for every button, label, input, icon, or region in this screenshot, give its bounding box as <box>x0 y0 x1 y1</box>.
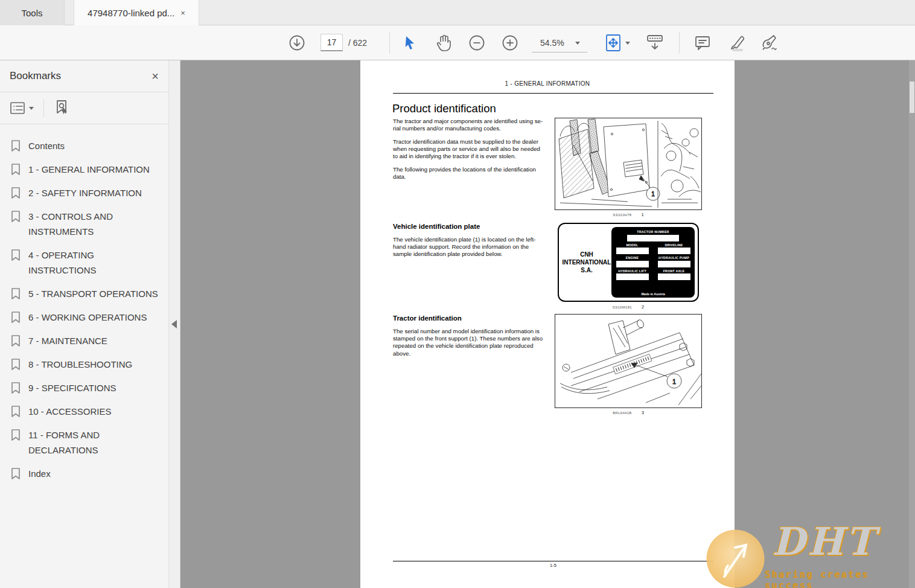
figure-caption: BRL6441B 3 <box>555 410 702 415</box>
figure-front-support: 1 <box>555 314 702 408</box>
plate-made-in: Made in Austria <box>611 292 695 296</box>
app-body: Bookmarks × <box>0 60 915 588</box>
fit-page-icon[interactable] <box>604 33 622 53</box>
plate-field-box <box>616 261 649 267</box>
plate-field-box <box>658 261 690 267</box>
page-total-label: / 622 <box>348 25 367 60</box>
plate-fields: TRACTOR NUMBER MODEL DRIVELINE ENGINE HY… <box>611 227 695 298</box>
section-heading-vip: Vehicle identification plate <box>393 223 480 230</box>
watermark-tagline: Sharing creates success <box>765 569 915 588</box>
sidebar-item-maintenance[interactable]: 7 - MAINTENANCE <box>0 329 168 353</box>
chevron-down-icon <box>575 42 580 45</box>
bookmark-options-icon[interactable] <box>10 101 34 115</box>
toolbar-divider <box>679 32 680 54</box>
bookmarks-close-icon[interactable]: × <box>151 70 159 82</box>
tab-bar: Tools 47948770-linked pd... × <box>0 0 915 25</box>
footer-rule <box>393 561 713 561</box>
watermark-logo-icon <box>706 529 765 588</box>
plate-label-hydraulic-pump: HYDRAULIC PUMP <box>653 256 695 260</box>
divider <box>43 99 44 117</box>
tab-document[interactable]: 47948770-linked pd... × <box>74 0 199 25</box>
sidebar-item-controls-and-instruments[interactable]: 3 - CONTROLS AND INSTRUMENTS <box>0 205 168 243</box>
plate-field-box <box>627 235 679 241</box>
zoom-level-dropdown[interactable]: 54.5% <box>532 34 587 53</box>
tab-tools-label: Tools <box>21 8 42 18</box>
page-header: 1 - GENERAL INFORMATION <box>360 80 735 87</box>
sidebar-item-general-information[interactable]: 1 - GENERAL INFORMATION <box>0 158 168 181</box>
plate-org: CNH INTERNATIONAL S.A. <box>562 227 611 298</box>
sidebar-item-transport-operations[interactable]: 5 - TRANSPORT OPERATIONS <box>0 282 168 305</box>
plate-label-driveline: DRIVELINE <box>653 243 695 247</box>
main-toolbar: / 622 54.5% <box>0 25 915 60</box>
toolbar-divider <box>389 32 390 54</box>
sidebar-item-troubleshooting[interactable]: 8 - TROUBLESHOOTING <box>0 353 168 376</box>
sidebar-item-index[interactable]: Index <box>0 462 168 485</box>
sidebar-item-forms-and-declarations[interactable]: 11 - FORMS AND DECLARATIONS <box>0 423 168 462</box>
select-tool-icon[interactable] <box>403 35 417 51</box>
download-icon[interactable] <box>288 34 306 52</box>
header-rule <box>393 93 713 94</box>
tab-document-label: 47948770-linked pd... <box>88 8 174 18</box>
sidebar-item-working-operations[interactable]: 6 - WORKING OPERATIONS <box>0 305 168 329</box>
body-paragraph: The vehicle identification plate (1) is … <box>393 236 550 258</box>
plate-label-tractor-number: TRACTOR NUMBER <box>611 230 695 234</box>
document-viewer[interactable]: 1 - GENERAL INFORMATION Product identifi… <box>180 60 915 588</box>
svg-text:1: 1 <box>672 378 676 385</box>
body-paragraph: The following provides the locations of … <box>393 166 550 181</box>
sidebar-item-operating-instructions[interactable]: 4 - OPERATING INSTRUCTIONS <box>0 243 168 282</box>
watermark-brand: DHT <box>772 519 876 564</box>
zoom-in-icon[interactable] <box>501 34 519 52</box>
fit-page-chevron-icon[interactable] <box>625 42 630 45</box>
plate-label-hydraulic-lift: HYDRAULIC LIFT <box>611 269 653 273</box>
zoom-level-value: 54.5% <box>540 38 564 48</box>
plate-field-box <box>616 273 649 280</box>
plate-field-box <box>658 273 690 280</box>
plate-field-box <box>616 248 649 254</box>
highlighter-icon[interactable] <box>727 33 747 53</box>
page-number-label: 1-5 <box>393 563 713 568</box>
tab-tools[interactable]: Tools <box>0 0 65 25</box>
page-title: Product identification <box>392 102 496 115</box>
zoom-out-icon[interactable] <box>468 34 486 52</box>
pdf-page: 1 - GENERAL INFORMATION Product identifi… <box>360 60 735 588</box>
bookmarks-panel: Bookmarks × <box>0 60 169 588</box>
chevron-down-icon <box>29 107 34 110</box>
section-heading-ti: Tractor identification <box>393 315 462 322</box>
sidebar-item-contents[interactable]: Contents <box>0 134 168 158</box>
plate-label-engine: ENGINE <box>611 256 653 260</box>
figure-caption: SS10M181 2 <box>558 304 699 310</box>
figure-engine-identification: 1 <box>555 118 702 210</box>
hand-tool-icon[interactable] <box>435 34 452 52</box>
sidebar-collapse-icon[interactable] <box>171 320 177 328</box>
sidebar-item-accessories[interactable]: 10 - ACCESSORIES <box>0 400 168 423</box>
body-paragraph: The tractor and major components are ide… <box>393 118 550 132</box>
figure-caption: SS10JH78 1 <box>555 212 702 217</box>
vertical-scrollbar[interactable] <box>909 60 915 588</box>
body-paragraph: Tractor identification data must be supp… <box>393 138 550 161</box>
signature-pen-icon[interactable] <box>760 33 780 53</box>
body-paragraph: The serial number and model identificati… <box>393 328 550 357</box>
plate-field-box <box>658 248 690 254</box>
plate-label-model: MODEL <box>611 243 653 247</box>
bookmarks-title: Bookmarks <box>10 70 61 82</box>
sidebar-item-safety-information[interactable]: 2 - SAFETY INFORMATION <box>0 181 168 205</box>
plate-label-front-axle: FRONT AXLE <box>653 269 695 273</box>
scroll-mode-icon[interactable] <box>645 33 665 53</box>
svg-text:1: 1 <box>651 191 655 197</box>
sidebar-item-specifications[interactable]: 9 - SPECIFICATIONS <box>0 376 168 400</box>
tab-close-icon[interactable]: × <box>180 8 185 18</box>
comment-icon[interactable] <box>693 34 712 52</box>
sidebar-edge <box>169 60 180 588</box>
locate-bookmark-icon[interactable] <box>54 99 71 117</box>
bookmarks-list: Contents 1 - GENERAL INFORMATION 2 - SAF… <box>0 124 168 485</box>
figure-identification-plate: CNH INTERNATIONAL S.A. TRACTOR NUMBER MO… <box>558 223 699 302</box>
page-number-input[interactable] <box>320 34 343 51</box>
scrollbar-thumb[interactable] <box>910 81 914 113</box>
